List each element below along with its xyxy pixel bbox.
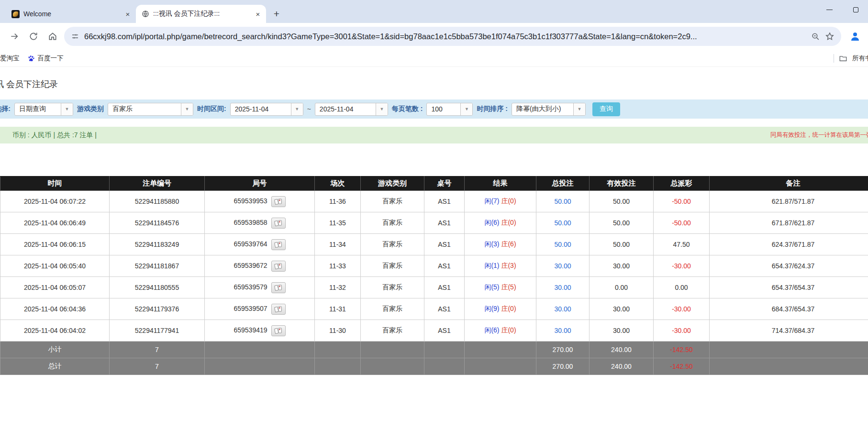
page-title: 视讯 会员下注纪录: [0, 79, 868, 89]
globe-icon: [142, 10, 149, 18]
tilde-separator: ~: [307, 105, 311, 113]
cell-total-bet-link[interactable]: 30.00: [536, 320, 590, 342]
cell-result: 闲(1) 庄(3): [465, 255, 536, 277]
cell-table-number: AS1: [424, 277, 465, 298]
chevron-down-icon[interactable]: ▼: [573, 103, 585, 115]
date-from-select[interactable]: 2025-11-04 ▼: [230, 103, 303, 116]
url-text[interactable]: 66cxkj98.com/ipl/portal.php/game/betreco…: [84, 32, 806, 41]
view-cards-icon[interactable]: [271, 239, 286, 250]
cell-game-type: 百家乐: [361, 320, 424, 342]
view-cards-icon[interactable]: [271, 282, 286, 293]
cell-session: 11-31: [315, 298, 361, 320]
cell-time: 2025-11-04 06:04:36: [0, 298, 110, 320]
all-bookmarks[interactable]: 所有书签: [834, 50, 868, 67]
profile-avatar-icon[interactable]: [848, 29, 862, 44]
forward-icon[interactable]: [7, 29, 22, 44]
bookmark-aitaobao[interactable]: 爱淘宝: [0, 52, 23, 65]
bookmark-star-icon[interactable]: [825, 32, 835, 41]
cell-game-type: 百家乐: [361, 234, 424, 255]
close-tab-icon[interactable]: ×: [123, 10, 132, 18]
table-row: 2025-11-04 06:05:40522941181867659539672…: [0, 255, 868, 277]
cell-table-number: AS1: [424, 191, 465, 212]
cell-table-number: AS1: [424, 234, 465, 255]
result-banker: 庄(0): [501, 326, 516, 334]
column-header: 时间: [0, 176, 110, 191]
grand-total-label: 总计: [0, 358, 110, 375]
site-settings-icon[interactable]: [71, 32, 79, 41]
cell-game-type: 百家乐: [361, 191, 424, 212]
chevron-down-icon[interactable]: ▼: [460, 103, 472, 115]
search-button[interactable]: 查询: [592, 102, 620, 116]
summary-bar: 币别 : 人民币 | 总共 :7 注单 | 同局有效投注，统一计算在该局第一张注…: [0, 127, 868, 143]
cell-total-bet-link[interactable]: 30.00: [536, 298, 590, 320]
chevron-down-icon[interactable]: ▼: [61, 103, 73, 115]
cell-total-bet-link[interactable]: 50.00: [536, 212, 590, 234]
query-type-select[interactable]: 日期查询 ▼: [14, 103, 73, 116]
cell-note: 714.37/684.37: [710, 320, 868, 342]
round-number-text: 659539953: [234, 197, 267, 205]
cell-total-bet-link[interactable]: 30.00: [536, 255, 590, 277]
cell-time: 2025-11-04 06:04:02: [0, 320, 110, 342]
maximize-icon[interactable]: [853, 7, 858, 12]
cell-result: 闲(3) 庄(6): [465, 234, 536, 255]
cell-valid-bet: 0.00: [590, 277, 654, 298]
cell-total-bet-link[interactable]: 50.00: [536, 191, 590, 212]
grand-total-row: 总计7270.00240.00-142.50: [0, 358, 868, 375]
date-range-label: 时间区间:: [197, 105, 226, 113]
time-sort-select[interactable]: 降幂(由大到小) ▼: [512, 103, 586, 116]
cell-bet-number: 522941185880: [110, 191, 205, 212]
game-type-select[interactable]: 百家乐 ▼: [108, 103, 193, 116]
cell-total-bet-link[interactable]: 30.00: [536, 277, 590, 298]
chevron-down-icon[interactable]: ▼: [291, 103, 303, 115]
cell-valid-bet: 30.00: [590, 320, 654, 342]
cell-payout: -50.00: [654, 191, 710, 212]
view-cards-icon[interactable]: [271, 218, 286, 229]
bookmark-baidu[interactable]: 百度一下: [23, 52, 67, 65]
cell-round-number: 659539672: [205, 255, 315, 277]
page-size-select[interactable]: 100 ▼: [426, 103, 473, 116]
subtotal-row: 小计7270.00240.00-142.50: [0, 342, 868, 358]
empty-cell: [465, 358, 536, 375]
new-tab-button[interactable]: +: [270, 7, 283, 21]
cell-result: 闲(9) 庄(0): [465, 298, 536, 320]
view-cards-icon[interactable]: [271, 325, 286, 336]
chevron-down-icon[interactable]: ▼: [181, 103, 193, 115]
cell-valid-bet: 30.00: [590, 298, 654, 320]
cell-total-bet-link[interactable]: 50.00: [536, 234, 590, 255]
cell-round-number: 659539579: [205, 277, 315, 298]
view-cards-icon[interactable]: [271, 304, 286, 315]
cell-result: 闲(5) 庄(5): [465, 277, 536, 298]
browser-toolbar: 66cxkj98.com/ipl/portal.php/game/betreco…: [0, 23, 868, 50]
zoom-out-indicator-icon[interactable]: [811, 32, 820, 41]
empty-cell: [315, 358, 361, 375]
cell-bet-number: 522941184576: [110, 212, 205, 234]
empty-cell: [205, 342, 315, 358]
round-number-text: 659539507: [234, 305, 267, 312]
view-cards-icon[interactable]: [271, 196, 286, 207]
cell-note: 654.37/654.37: [710, 277, 868, 298]
address-bar[interactable]: 66cxkj98.com/ipl/portal.php/game/betreco…: [64, 27, 841, 46]
grand-total-total-bet: 270.00: [536, 358, 590, 375]
cell-valid-bet: 50.00: [590, 234, 654, 255]
minimize-icon[interactable]: [826, 10, 833, 10]
cell-game-type: 百家乐: [361, 298, 424, 320]
home-icon[interactable]: [45, 29, 60, 44]
cell-time: 2025-11-04 06:05:07: [0, 277, 110, 298]
table-row: 2025-11-04 06:06:15522941183249659539764…: [0, 234, 868, 255]
cell-payout: -30.00: [654, 298, 710, 320]
cell-note: 624.37/671.87: [710, 234, 868, 255]
result-player: 闲(1): [484, 262, 499, 269]
close-tab-icon[interactable]: ×: [254, 10, 262, 18]
tab-welcome[interactable]: Welcome ×: [6, 5, 136, 23]
filter-bar: 查询选择: 日期查询 ▼ 游戏类别 百家乐 ▼ 时间区间: 2025-11-04…: [0, 99, 868, 119]
tab-bet-record[interactable]: :::视讯 会员下注纪录::: ×: [136, 5, 266, 23]
refresh-icon[interactable]: [26, 29, 41, 44]
date-to-select[interactable]: 2025-11-04 ▼: [315, 103, 388, 116]
chevron-down-icon[interactable]: ▼: [376, 103, 388, 115]
cell-table-number: AS1: [424, 255, 465, 277]
column-header: 桌号: [424, 176, 465, 191]
column-header: 总派彩: [654, 176, 710, 191]
cell-note: 684.37/654.37: [710, 298, 868, 320]
view-cards-icon[interactable]: [271, 261, 286, 272]
browser-window: Welcome × :::视讯 会员下注纪录::: × +: [0, 0, 868, 430]
